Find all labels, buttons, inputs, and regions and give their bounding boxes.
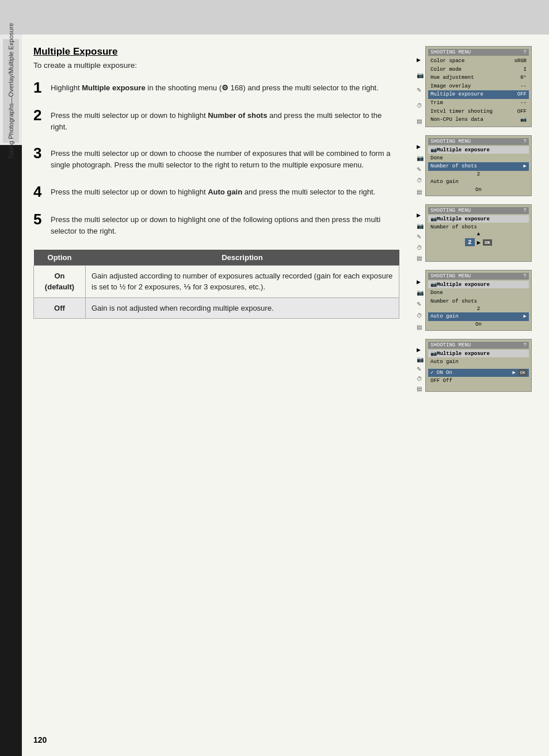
camera-screen-1: ▶ 📷 ✎ ⏱ ▤ SHOOTING MENU ? Color spacesRG… bbox=[417, 46, 532, 127]
right-column: ▶ 📷 ✎ ⏱ ▤ SHOOTING MENU ? Color spacesRG… bbox=[417, 46, 537, 744]
step-1-number: 1 bbox=[33, 80, 46, 95]
icon-pencil-5: ✎ bbox=[417, 366, 424, 372]
step-3-text: Press the multi selector up or down to c… bbox=[51, 146, 399, 171]
camera-screen-3: ▶ 📷 ✎ ⏱ ▤ SHOOTING MENU ? 📷Multiple expo… bbox=[417, 204, 532, 262]
screen-3-sublabel: Number of shots bbox=[428, 223, 529, 232]
step-3: 3 Press the multi selector up or down to… bbox=[33, 146, 399, 171]
step-1-text: Highlight Multiple exposure in the shoot… bbox=[51, 80, 379, 94]
side-icons-4: ▶ 📷 ✎ ⏱ ▤ bbox=[417, 270, 424, 331]
screen-5-submenu: 📷Multiple exposure bbox=[428, 350, 529, 357]
screen-5-row-off: OFF Off bbox=[428, 377, 529, 385]
table-row-off: Off Gain is not adjusted when recording … bbox=[34, 297, 399, 319]
icon-timer-1: ⏱ bbox=[417, 102, 424, 109]
icon-arrow-right-2: ▶ bbox=[417, 144, 424, 150]
page-number: 120 bbox=[33, 735, 47, 744]
screen-1-row-trim: Trim-- bbox=[428, 99, 529, 108]
icon-timer-2: ⏱ bbox=[417, 177, 424, 184]
screen-1-help-icon: ? bbox=[524, 49, 527, 55]
screen-2-row-autogain: Auto gain bbox=[428, 178, 529, 186]
step-2-text: Press the multi selector up or down to h… bbox=[51, 108, 399, 133]
sidebar-label: Taking Photographs—Overlay/Multiple Expo… bbox=[7, 23, 15, 159]
icon-pencil-4: ✎ bbox=[417, 301, 424, 307]
step-2: 2 Press the multi selector up or down to… bbox=[33, 108, 399, 133]
screen-3-ok: OK bbox=[483, 239, 492, 246]
screen-3-submenu: 📷Multiple exposure bbox=[428, 215, 529, 223]
screen-3-header: SHOOTING MENU ? bbox=[428, 207, 529, 214]
screen-3-help-icon: ? bbox=[524, 208, 527, 213]
screen-2-row-done: Done bbox=[428, 154, 529, 163]
screen-body-4: SHOOTING MENU ? 📷Multiple exposure Done … bbox=[425, 270, 532, 331]
main-content: Multiple Exposure To create a multiple e… bbox=[22, 35, 549, 756]
step-5-text: Press the multi selector up or down to h… bbox=[51, 212, 399, 237]
screen-5-help-icon: ? bbox=[524, 342, 527, 348]
screen-5-header: SHOOTING MENU ? bbox=[428, 342, 529, 349]
icon-arrow-right-4: ▶ bbox=[417, 279, 424, 285]
icon-pencil-1: ✎ bbox=[417, 87, 424, 93]
icon-camera-3: 📷 bbox=[417, 223, 424, 229]
step-3-number: 3 bbox=[33, 146, 46, 161]
screen-2-row-gainval: On bbox=[428, 186, 529, 193]
option-off: Off bbox=[34, 297, 86, 319]
screen-1-row-noncpu: Non-CPU lens data📷 bbox=[428, 116, 529, 124]
screen-3-title: SHOOTING MENU bbox=[430, 208, 471, 213]
screen-3-number: 2 bbox=[465, 238, 475, 246]
icon-camera-4: 📷 bbox=[417, 289, 424, 296]
side-icons-3: ▶ 📷 ✎ ⏱ ▤ bbox=[417, 204, 424, 262]
step-4-text: Press the multi selector up or down to h… bbox=[51, 184, 375, 198]
icon-arrow-right-3: ▶ bbox=[417, 212, 424, 218]
icon-arrow-right-1: ▶ bbox=[417, 57, 424, 63]
camera-screen-5: ▶ 📷 ✎ ⏱ ▤ SHOOTING MENU ? 📷Multiple expo… bbox=[417, 339, 532, 392]
screen-4-row-numshots: Number of shots bbox=[428, 297, 529, 306]
screen-3-arrow-up: ▲ bbox=[428, 231, 529, 237]
screen-body-3: SHOOTING MENU ? 📷Multiple exposure Numbe… bbox=[425, 204, 532, 262]
option-table: Option Description On(default) Gain adju… bbox=[33, 250, 399, 319]
subtitle: To create a multiple exposure: bbox=[33, 61, 399, 70]
screen-1-row-hue: Hue adjustment0° bbox=[428, 74, 529, 82]
sidebar-tab: Taking Photographs—Overlay/Multiple Expo… bbox=[3, 39, 19, 143]
col-header-option: Option bbox=[34, 250, 86, 266]
icon-book-5: ▤ bbox=[417, 385, 424, 392]
screen-2-title: SHOOTING MENU bbox=[430, 139, 471, 144]
step-5-number: 5 bbox=[33, 212, 46, 227]
screen-4-numval: 2 bbox=[428, 306, 529, 312]
screen-5-title: SHOOTING MENU bbox=[430, 342, 471, 348]
option-on: On(default) bbox=[34, 265, 86, 297]
screen-2-row-numval: 2 bbox=[428, 171, 529, 178]
screen-1-title: SHOOTING MENU bbox=[430, 49, 471, 55]
screen-4-row-done: Done bbox=[428, 289, 529, 297]
screen-4-title: SHOOTING MENU bbox=[430, 273, 471, 279]
icon-book-4: ▤ bbox=[417, 324, 424, 330]
screen-4-help-icon: ? bbox=[524, 273, 527, 279]
screen-4-submenu: 📷Multiple exposure bbox=[428, 281, 529, 288]
icon-arrow-right-5: ▶ bbox=[417, 347, 424, 353]
screen-1-row-colorspace: Color spacesRGB bbox=[428, 57, 529, 66]
icon-pencil-2: ✎ bbox=[417, 166, 424, 173]
screen-body-5: SHOOTING MENU ? 📷Multiple exposure Auto … bbox=[425, 339, 532, 392]
desc-on: Gain adjusted according to number of exp… bbox=[86, 265, 399, 297]
step-4-number: 4 bbox=[33, 184, 46, 199]
camera-screen-2: ▶ 📷 ✎ ⏱ ▤ SHOOTING MENU ? 📷Multiple expo… bbox=[417, 135, 532, 196]
screen-3-arrow-right: ▶ bbox=[477, 239, 481, 246]
step-2-number: 2 bbox=[33, 108, 46, 123]
left-column: Multiple Exposure To create a multiple e… bbox=[33, 46, 405, 744]
side-icons-1: ▶ 📷 ✎ ⏱ ▤ bbox=[417, 46, 424, 127]
screen-2-submenu: 📷Multiple exposure bbox=[428, 146, 529, 154]
step-4: 4 Press the multi selector up or down to… bbox=[33, 184, 399, 199]
icon-book-1: ▤ bbox=[417, 118, 424, 124]
screen-4-gainval: On bbox=[428, 321, 529, 328]
step-1: 1 Highlight Multiple exposure in the sho… bbox=[33, 80, 399, 95]
screen-4-row-autogain: Auto gain▶ bbox=[428, 312, 529, 321]
icon-camera-5: 📷 bbox=[417, 356, 424, 362]
screen-3-number-row: 2 ▶ OK bbox=[428, 237, 529, 247]
side-icons-5: ▶ 📷 ✎ ⏱ ▤ bbox=[417, 339, 424, 392]
desc-off: Gain is not adjusted when recording mult… bbox=[86, 297, 399, 319]
side-icons-2: ▶ 📷 ✎ ⏱ ▤ bbox=[417, 135, 424, 196]
icon-timer-4: ⏱ bbox=[417, 312, 424, 319]
screen-1-row-overlay: Image overlay-- bbox=[428, 82, 529, 91]
col-header-description: Description bbox=[86, 250, 399, 266]
icon-timer-3: ⏱ bbox=[417, 245, 424, 251]
icon-book-2: ▤ bbox=[417, 189, 424, 195]
icon-camera-1: 📷 bbox=[417, 72, 424, 78]
screen-5-sublabel: Auto gain bbox=[428, 358, 529, 366]
icon-pencil-3: ✎ bbox=[417, 234, 424, 240]
